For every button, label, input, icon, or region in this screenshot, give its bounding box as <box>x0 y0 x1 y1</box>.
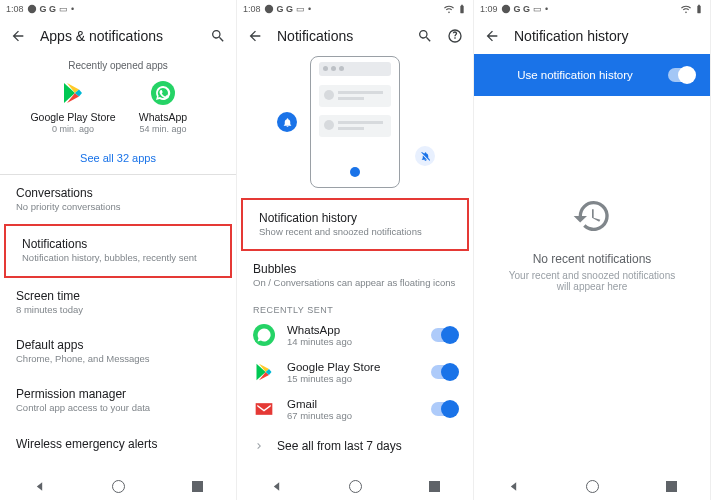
status-time: 1:09 <box>480 4 498 14</box>
play-store-icon <box>254 362 274 382</box>
whatsapp-status-icon <box>264 4 274 14</box>
nav-back-icon[interactable] <box>507 480 520 493</box>
recent-whatsapp[interactable]: WhatsApp 14 minutes ago <box>237 317 473 354</box>
item-wireless-alerts[interactable]: Wireless emergency alerts <box>0 426 236 463</box>
voicemail-icon: ▭ <box>296 4 305 14</box>
screen-apps-notifications: 1:08 G G ▭ • Apps & notifications Recent… <box>0 0 237 500</box>
app-bar: Notification history <box>474 18 710 54</box>
back-icon[interactable] <box>10 28 26 44</box>
app-bar: Notifications <box>237 18 473 54</box>
item-default-apps[interactable]: Default apps Chrome, Phone, and Messages <box>0 327 236 376</box>
nav-recents-icon[interactable] <box>192 481 203 492</box>
use-history-banner[interactable]: Use notification history <box>474 54 710 96</box>
nav-recents-icon[interactable] <box>429 481 440 492</box>
google-g-icon: G G <box>40 4 57 14</box>
back-icon[interactable] <box>484 28 500 44</box>
app-bar: Apps & notifications <box>0 18 236 54</box>
item-screen-time[interactable]: Screen time 8 minutes today <box>0 278 236 327</box>
empty-sub: Your recent and snoozed notifications wi… <box>474 266 710 296</box>
nav-back-icon[interactable] <box>270 480 283 493</box>
page-title: Notifications <box>277 28 353 44</box>
item-permission-manager[interactable]: Permission manager Control app access to… <box>0 376 236 425</box>
voicemail-icon: ▭ <box>533 4 542 14</box>
whatsapp-status-icon <box>501 4 511 14</box>
status-bar: 1:08 G G ▭ • <box>237 0 473 18</box>
bell-off-icon <box>415 146 435 166</box>
recently-opened-label: Recently opened apps <box>0 54 236 81</box>
banner-label: Use notification history <box>482 69 668 81</box>
svg-point-2 <box>264 5 272 13</box>
whatsapp-status-icon <box>27 4 37 14</box>
nav-back-icon[interactable] <box>33 480 46 493</box>
google-g-icon: G G <box>277 4 294 14</box>
app-card-playstore[interactable]: Google Play Store 0 min. ago <box>28 81 118 134</box>
nav-bar <box>237 472 473 500</box>
battery-icon <box>457 4 467 14</box>
app-name: Google Play Store <box>28 111 118 123</box>
screen-notifications: 1:08 G G ▭ • Notifications <box>237 0 474 500</box>
status-bar: 1:09 G G ▭ • <box>474 0 710 18</box>
gmail-icon <box>254 401 274 417</box>
screen-notification-history: 1:09 G G ▭ • Notification history Use no… <box>474 0 711 500</box>
whatsapp-icon <box>151 81 175 105</box>
see-all-apps-link[interactable]: See all 32 apps <box>0 140 236 174</box>
item-conversations[interactable]: Conversations No priority conversations <box>0 175 236 224</box>
recent-apps-row: Google Play Store 0 min. ago WhatsApp 54… <box>0 81 236 140</box>
page-title: Notification history <box>514 28 628 44</box>
back-icon[interactable] <box>247 28 263 44</box>
nav-home-icon[interactable] <box>349 480 362 493</box>
toggle-switch[interactable] <box>431 328 457 342</box>
help-icon[interactable] <box>447 28 463 44</box>
item-notification-history[interactable]: Notification history Show recent and sno… <box>243 200 467 249</box>
app-time: 0 min. ago <box>28 124 118 134</box>
item-bubbles[interactable]: Bubbles On / Conversations can appear as… <box>237 251 473 300</box>
banner-toggle[interactable] <box>668 68 694 82</box>
highlight-notifications: Notifications Notification history, bubb… <box>4 224 232 277</box>
toggle-switch[interactable] <box>431 402 457 416</box>
recently-sent-label: Recently sent <box>237 301 473 317</box>
nav-home-icon[interactable] <box>586 480 599 493</box>
svg-point-4 <box>501 5 509 13</box>
search-icon[interactable] <box>417 28 433 44</box>
empty-title: No recent notifications <box>474 252 710 266</box>
status-time: 1:08 <box>243 4 261 14</box>
history-illustration <box>474 196 710 236</box>
google-g-icon: G G <box>514 4 531 14</box>
whatsapp-icon <box>253 324 275 346</box>
notifications-illustration <box>237 54 473 198</box>
svg-point-0 <box>27 5 35 13</box>
recent-gmail[interactable]: Gmail 67 minutes ago <box>237 391 473 428</box>
svg-point-1 <box>151 81 175 105</box>
toggle-switch[interactable] <box>431 365 457 379</box>
page-title: Apps & notifications <box>40 28 163 44</box>
nav-home-icon[interactable] <box>112 480 125 493</box>
battery-icon <box>694 4 704 14</box>
nav-bar <box>0 472 236 500</box>
status-time: 1:08 <box>6 4 24 14</box>
app-card-whatsapp[interactable]: WhatsApp 54 min. ago <box>118 81 208 134</box>
bell-active-icon <box>277 112 297 132</box>
app-name: WhatsApp <box>118 111 208 123</box>
item-notifications[interactable]: Notifications Notification history, bubb… <box>6 226 230 275</box>
app-time: 54 min. ago <box>118 124 208 134</box>
wifi-icon <box>681 4 691 14</box>
status-bar: 1:08 G G ▭ • <box>0 0 236 18</box>
play-store-icon <box>61 81 85 105</box>
voicemail-icon: ▭ <box>59 4 68 14</box>
nav-bar <box>474 472 710 500</box>
see-all-recent[interactable]: See all from last 7 days <box>237 428 473 465</box>
search-icon[interactable] <box>210 28 226 44</box>
highlight-history: Notification history Show recent and sno… <box>241 198 469 251</box>
nav-recents-icon[interactable] <box>666 481 677 492</box>
wifi-icon <box>444 4 454 14</box>
recent-playstore[interactable]: Google Play Store 15 minutes ago <box>237 354 473 391</box>
chevron-right-icon <box>253 440 265 452</box>
